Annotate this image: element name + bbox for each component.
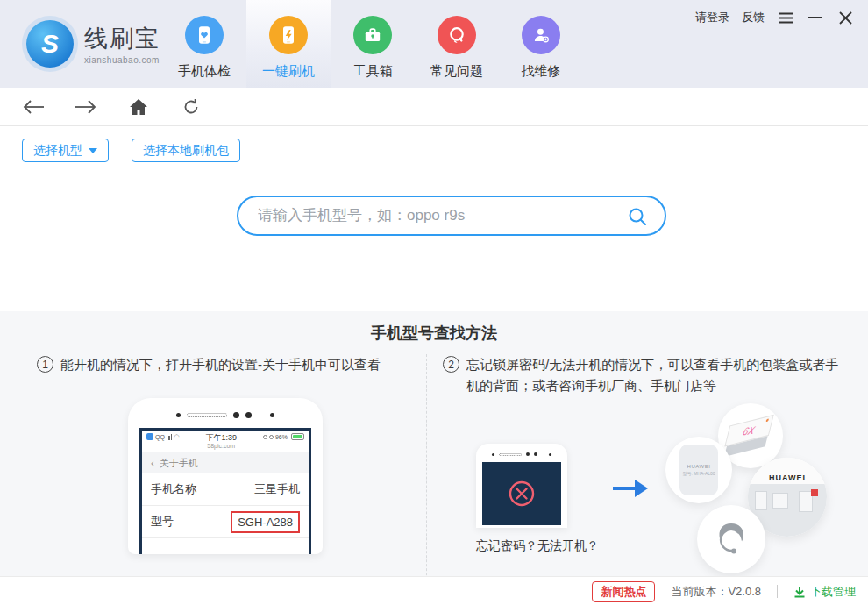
- locked-phone-caption: 忘记密码？无法开机？: [476, 538, 599, 554]
- status-bar-footer: 新闻热点 当前版本：V2.0.8 下载管理: [0, 576, 868, 605]
- brand-domain: xianshuabao.com: [84, 55, 160, 65]
- brand-name: 线刷宝: [84, 23, 160, 54]
- app-window: S 线刷宝 xianshuabao.com 手机体检 一键刷机: [0, 0, 868, 605]
- faq-icon: [438, 16, 476, 54]
- model-highlight: SGH-A288: [231, 511, 300, 533]
- feedback-link[interactable]: 反馈: [742, 10, 765, 25]
- nav-item-one-key-flash[interactable]: 一键刷机: [246, 0, 331, 88]
- select-local-package-button[interactable]: 选择本地刷机包: [132, 139, 240, 162]
- login-link[interactable]: 请登录: [695, 10, 729, 25]
- select-model-button[interactable]: 选择机型: [22, 139, 109, 162]
- news-hotspot-badge[interactable]: 新闻热点: [592, 581, 655, 602]
- forward-icon[interactable]: [75, 96, 97, 118]
- guide-right-column: 2 忘记锁屏密码/无法开机的情况下，可以查看手机的包装盒或者手机的背面；或者咨询…: [427, 354, 868, 576]
- step-2-badge: 2: [443, 356, 459, 373]
- guide-title: 手机型号查找方法: [0, 311, 868, 344]
- minimize-button[interactable]: [807, 10, 824, 25]
- chevron-left-icon: ‹: [151, 458, 154, 468]
- toolbox-icon: [353, 16, 392, 54]
- app-logo: S 线刷宝 xianshuabao.com: [0, 0, 167, 88]
- orientation-icon: [263, 435, 267, 439]
- error-screen: [482, 462, 561, 525]
- signal-icon: [167, 433, 173, 440]
- guide-right-text: 2 忘记锁屏密码/无法开机的情况下，可以查看手机的包装盒或者手机的背面；或者咨询…: [443, 354, 842, 396]
- customer-service-icon: [697, 505, 765, 573]
- logo-icon: S: [26, 20, 74, 68]
- nav-item-find-repair[interactable]: 找维修: [499, 0, 583, 88]
- arrow-right-icon: [611, 477, 650, 576]
- nav-item-toolbox[interactable]: 工具箱: [331, 0, 415, 88]
- footer-divider: [777, 585, 778, 598]
- guide-section: 手机型号查找方法 1 能开机的情况下，打开手机的设置-关于手机中可以查看: [0, 311, 868, 576]
- phone-model-row: 型号 SGH-A288: [142, 506, 309, 538]
- phone-screen: QQ ◠ 下午1:39 58pic.com 96%: [139, 428, 311, 554]
- app-header: S 线刷宝 xianshuabao.com 手机体检 一键刷机: [0, 0, 868, 88]
- browser-toolbar: [0, 88, 868, 126]
- status-bar: QQ ◠ 下午1:39 58pic.com 96%: [142, 431, 309, 452]
- phone-settings-illustration: QQ ◠ 下午1:39 58pic.com 96%: [128, 398, 323, 554]
- menu-icon[interactable]: [777, 10, 794, 25]
- qq-icon: [146, 433, 153, 440]
- shield-icon: [269, 435, 274, 439]
- search-box: [237, 196, 666, 236]
- lookup-options-cluster: 6X HUAWEI 型号: MHA-AL00 HUAWEI: [664, 402, 839, 576]
- download-icon: [793, 586, 806, 598]
- phone-name-row: 手机名称 三星手机: [142, 473, 309, 506]
- version-label: 当前版本：V2.0.8: [671, 584, 761, 600]
- refresh-icon[interactable]: [180, 96, 203, 118]
- phone-speaker: [128, 398, 323, 424]
- caret-down-icon: [89, 148, 97, 153]
- about-phone-header: ‹ 关于手机: [142, 452, 309, 473]
- header-right: 请登录 反馈: [695, 10, 854, 25]
- home-icon[interactable]: [127, 96, 150, 118]
- nav-item-faq[interactable]: 常见问题: [415, 0, 499, 88]
- nav-item-phone-checkup[interactable]: 手机体检: [162, 0, 246, 88]
- wifi-icon: ◠: [174, 433, 179, 440]
- search-icon[interactable]: [628, 207, 647, 230]
- step-1-badge: 1: [37, 356, 53, 373]
- close-button[interactable]: [836, 10, 854, 25]
- search-input[interactable]: [258, 207, 619, 224]
- locked-phone-illustration: 忘记密码？无法开机？: [476, 444, 599, 576]
- back-icon[interactable]: [22, 96, 45, 118]
- error-x-icon: [507, 479, 537, 509]
- phone-checkup-icon: [185, 16, 224, 54]
- one-key-flash-icon: [269, 16, 308, 54]
- phone-back-illustration: HUAWEI 型号: MHA-AL00: [665, 437, 732, 503]
- main-nav: 手机体检 一键刷机 工具箱 常见问题: [162, 0, 583, 88]
- download-manager-link[interactable]: 下载管理: [793, 584, 856, 600]
- guide-left-column: 1 能开机的情况下，打开手机的设置-关于手机中可以查看 QQ ◠: [0, 354, 427, 576]
- action-row: 选择机型 选择本地刷机包: [22, 139, 868, 162]
- battery-icon: [291, 433, 304, 440]
- guide-left-text: 1 能开机的情况下，打开手机的设置-关于手机中可以查看: [37, 354, 409, 375]
- find-repair-icon: [522, 16, 560, 54]
